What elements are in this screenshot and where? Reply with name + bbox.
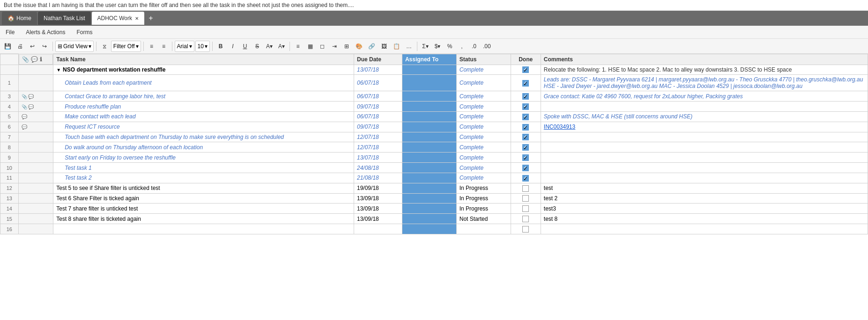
- menu-alerts[interactable]: Alerts & Actions: [24, 28, 67, 36]
- assigned-to-cell[interactable]: [402, 183, 456, 193]
- due-date-cell[interactable]: 13/09/18: [354, 214, 402, 224]
- due-date-cell[interactable]: 13/09/18: [354, 204, 402, 214]
- done-cell[interactable]: ✓: [511, 111, 541, 122]
- status-cell[interactable]: Complete: [456, 142, 511, 153]
- indent-button[interactable]: ⇥: [329, 41, 340, 52]
- tab-home[interactable]: 🏠 Home: [2, 12, 37, 25]
- done-checkbox[interactable]: ✓: [522, 93, 529, 100]
- done-checkbox[interactable]: ✓: [522, 66, 529, 73]
- task-name-cell[interactable]: Obtain Leads from each epartment: [53, 75, 354, 91]
- comma-button[interactable]: ,: [456, 41, 467, 52]
- status-cell[interactable]: Complete: [456, 173, 511, 183]
- bold-button[interactable]: B: [215, 41, 226, 52]
- done-checkbox[interactable]: ✓: [522, 80, 529, 87]
- task-name-cell[interactable]: Test task 2: [53, 173, 354, 183]
- more-button[interactable]: …: [403, 41, 415, 52]
- task-name-cell[interactable]: Start early on Friday to oversee the res…: [53, 153, 354, 163]
- assigned-to-cell[interactable]: [402, 173, 456, 183]
- done-cell[interactable]: [511, 224, 541, 234]
- task-name-cell[interactable]: ▼NSO department workstation reshuffle: [53, 65, 354, 75]
- print-button[interactable]: 🖨: [15, 41, 26, 52]
- task-name-cell[interactable]: Test task 1: [53, 163, 354, 173]
- done-cell[interactable]: ✓: [511, 102, 541, 112]
- done-cell[interactable]: ✓: [511, 153, 541, 163]
- due-date-cell[interactable]: 24/08/18: [354, 163, 402, 173]
- font-color-button[interactable]: A▾: [276, 41, 287, 52]
- task-name-cell[interactable]: Test 8 share filter is ticketed again: [53, 214, 354, 224]
- task-name-cell[interactable]: Test 6 Share Filter is ticked again: [53, 193, 354, 204]
- assigned-to-cell[interactable]: [402, 204, 456, 214]
- comments-cell[interactable]: [541, 142, 868, 153]
- sum-button[interactable]: Σ▾: [420, 41, 431, 52]
- due-date-cell[interactable]: 06/07/18: [354, 75, 402, 91]
- due-date-cell[interactable]: 12/07/18: [354, 142, 402, 153]
- link-button[interactable]: 🔗: [366, 41, 378, 52]
- assigned-to-cell[interactable]: [402, 75, 456, 91]
- due-date-cell[interactable]: [354, 224, 402, 234]
- comments-cell[interactable]: Relocate the following: 1. HSE to Mac sp…: [541, 65, 868, 75]
- comments-cell[interactable]: [541, 132, 868, 142]
- status-cell[interactable]: In Progress: [456, 204, 511, 214]
- done-cell[interactable]: [511, 214, 541, 224]
- status-cell[interactable]: Complete: [456, 153, 511, 163]
- status-cell[interactable]: Complete: [456, 91, 511, 102]
- assigned-to-cell[interactable]: [402, 153, 456, 163]
- decimal2-button[interactable]: .00: [481, 41, 493, 52]
- task-name-cell[interactable]: Make contact with each lead: [53, 111, 354, 122]
- comments-cell[interactable]: Leads are: DSSC - Margaret Pyyvaara 6214…: [541, 75, 868, 91]
- dollar-button[interactable]: $▾: [432, 41, 443, 52]
- status-cell[interactable]: Complete: [456, 111, 511, 122]
- done-checkbox[interactable]: ✓: [522, 165, 529, 171]
- font-dropdown[interactable]: Arial ▾: [175, 41, 194, 52]
- done-checkbox[interactable]: [522, 216, 529, 222]
- italic-button[interactable]: I: [227, 41, 238, 52]
- task-name-cell[interactable]: Request ICT resource: [53, 122, 354, 132]
- undo-button[interactable]: ↩: [27, 41, 38, 52]
- erase-button[interactable]: ◻: [317, 41, 328, 52]
- comments-cell[interactable]: [541, 173, 868, 183]
- done-checkbox[interactable]: ✓: [522, 175, 529, 182]
- due-date-cell[interactable]: 06/07/18: [354, 91, 402, 102]
- redo-button[interactable]: ↪: [39, 41, 50, 52]
- assigned-to-cell[interactable]: [402, 122, 456, 132]
- done-cell[interactable]: ✓: [511, 132, 541, 142]
- assigned-to-cell[interactable]: [402, 142, 456, 153]
- task-name-cell[interactable]: Contact Grace to arrange labor hire, tes…: [53, 91, 354, 102]
- done-cell[interactable]: ✓: [511, 91, 541, 102]
- assigned-to-cell[interactable]: [402, 132, 456, 142]
- due-date-cell[interactable]: 06/07/18: [354, 111, 402, 122]
- assigned-to-cell[interactable]: [402, 65, 456, 75]
- status-cell[interactable]: Complete: [456, 75, 511, 91]
- status-cell[interactable]: Not Started: [456, 214, 511, 224]
- strikethrough-button[interactable]: S: [252, 41, 263, 52]
- status-cell[interactable]: Complete: [456, 102, 511, 112]
- grid-view-dropdown[interactable]: ⊞ Grid View ▾: [55, 41, 94, 52]
- comments-cell[interactable]: test: [541, 183, 868, 193]
- align-center-button[interactable]: ≡: [292, 41, 304, 52]
- image-button[interactable]: 🖼: [378, 41, 390, 52]
- comments-cell[interactable]: Grace contact: Katie 02 4960 7600, reque…: [541, 91, 868, 102]
- done-checkbox[interactable]: [522, 185, 529, 192]
- done-checkbox[interactable]: [522, 195, 529, 202]
- expand-icon[interactable]: ▼: [56, 67, 61, 73]
- done-cell[interactable]: [511, 183, 541, 193]
- comments-cell[interactable]: [541, 224, 868, 234]
- assigned-to-cell[interactable]: [402, 224, 456, 234]
- underline-button[interactable]: U: [239, 41, 251, 52]
- assigned-to-cell[interactable]: [402, 193, 456, 204]
- comments-cell[interactable]: [541, 102, 868, 112]
- due-date-cell[interactable]: 12/07/18: [354, 132, 402, 142]
- done-checkbox[interactable]: ✓: [522, 124, 529, 131]
- done-cell[interactable]: ✓: [511, 142, 541, 153]
- comments-cell[interactable]: test 2: [541, 193, 868, 204]
- tab-adhoc[interactable]: ADHOC Work ✕: [92, 12, 144, 25]
- done-checkbox[interactable]: ✓: [522, 114, 529, 120]
- assigned-to-cell[interactable]: [402, 111, 456, 122]
- done-checkbox[interactable]: [522, 226, 529, 233]
- status-cell[interactable]: [456, 224, 511, 234]
- align-right-button[interactable]: ≡: [158, 41, 170, 52]
- comments-cell[interactable]: Spoke with DSSC, MAC & HSE (still concer…: [541, 111, 868, 122]
- comments-cell[interactable]: INC0034913: [541, 122, 868, 132]
- decimal-button[interactable]: .0: [468, 41, 480, 52]
- due-date-cell[interactable]: 19/09/18: [354, 183, 402, 193]
